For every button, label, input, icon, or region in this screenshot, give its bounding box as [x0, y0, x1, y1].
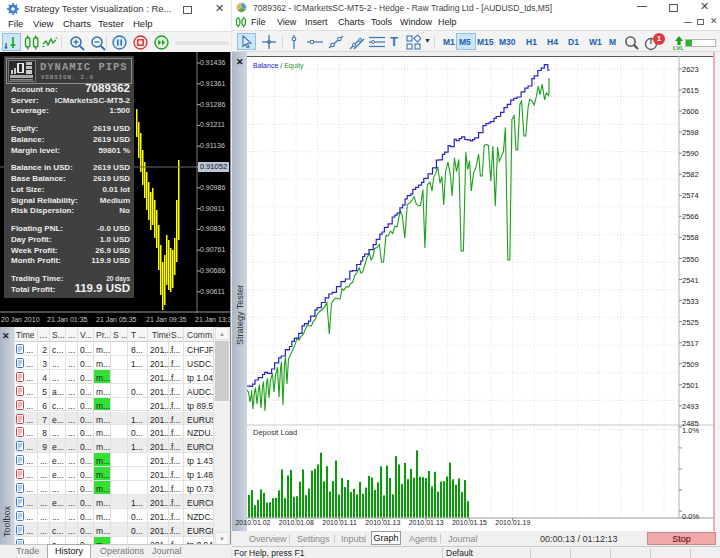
svg-text:LVL: LVL	[673, 45, 684, 51]
